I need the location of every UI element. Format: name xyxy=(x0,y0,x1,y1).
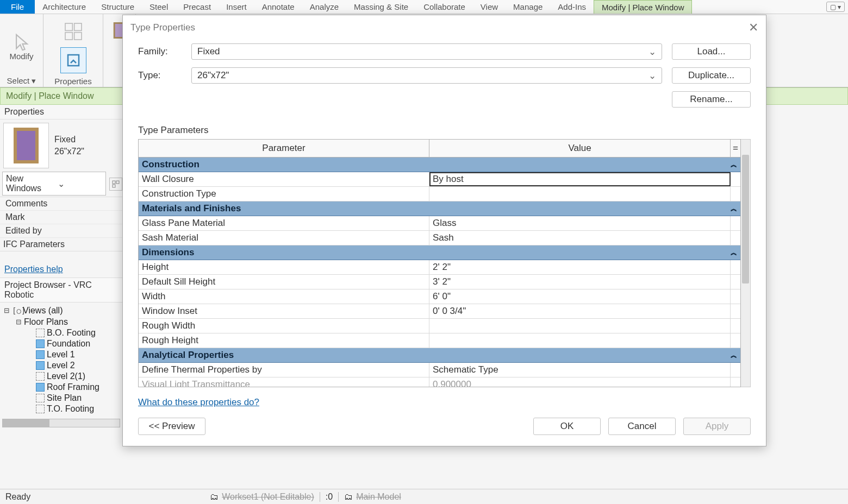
status-zero: :0 xyxy=(326,492,333,502)
properties-large-icon[interactable] xyxy=(63,21,84,44)
param-row[interactable]: Rough Height xyxy=(139,333,740,348)
preview-button[interactable]: << Preview xyxy=(138,418,205,435)
chevron-down-icon: ⌄ xyxy=(649,46,656,58)
param-value[interactable] xyxy=(429,319,731,333)
param-name: Height xyxy=(139,260,429,274)
tab-manage[interactable]: Manage xyxy=(506,0,550,14)
collapse-icon: ︽ xyxy=(731,204,737,213)
param-row[interactable]: Wall ClosureBy host xyxy=(139,172,740,187)
view-icon xyxy=(36,329,45,337)
tab-structure[interactable]: Structure xyxy=(93,0,142,14)
properties-explain-link[interactable]: What do these properties do? xyxy=(138,397,259,407)
apply-button[interactable]: Apply xyxy=(683,418,751,435)
ifc-category-header[interactable]: IFC Parameters xyxy=(0,238,122,251)
tab-file[interactable]: File xyxy=(0,0,35,14)
type-selector[interactable]: Fixed 26"x72" xyxy=(0,119,122,172)
property-row[interactable]: Comments xyxy=(0,197,122,211)
param-row[interactable]: Construction Type xyxy=(139,187,740,201)
category-filter-combo[interactable]: New Windows⌄ xyxy=(2,172,106,196)
cursor-icon xyxy=(14,33,30,52)
table-vscrollbar[interactable] xyxy=(741,139,751,387)
tree-root[interactable]: ⊟[○]Views (all) xyxy=(3,305,119,316)
tab-analyze[interactable]: Analyze xyxy=(302,0,346,14)
tab-add-ins[interactable]: Add-Ins xyxy=(550,0,594,14)
param-equals xyxy=(731,231,740,245)
tab-steel[interactable]: Steel xyxy=(142,0,176,14)
param-row[interactable]: Visual Light Transmittance0.900000 xyxy=(139,377,740,387)
cancel-button[interactable]: Cancel xyxy=(608,418,676,435)
select-panel-label: Select ▾ xyxy=(7,76,36,86)
param-group-header[interactable]: Materials and Finishes︽ xyxy=(139,201,740,216)
tree-item[interactable]: T.O. Footing xyxy=(3,404,119,414)
col-equals[interactable]: = xyxy=(731,140,740,158)
ok-button[interactable]: OK xyxy=(533,418,601,435)
col-parameter[interactable]: Parameter xyxy=(139,140,429,158)
tree-item[interactable]: Level 2(1) xyxy=(3,371,119,382)
table-header: Parameter Value = xyxy=(139,140,740,158)
status-workset[interactable]: Workset1 (Not Editable) xyxy=(222,492,314,502)
param-value[interactable] xyxy=(429,187,731,201)
param-value[interactable] xyxy=(429,333,731,348)
tab-massing-site[interactable]: Massing & Site xyxy=(346,0,416,14)
col-value[interactable]: Value xyxy=(429,140,731,158)
tab-view[interactable]: View xyxy=(473,0,506,14)
browser-hscrollbar[interactable] xyxy=(2,419,120,427)
param-group-header[interactable]: Dimensions︽ xyxy=(139,245,740,260)
property-row[interactable]: Mark xyxy=(0,211,122,224)
svg-rect-8 xyxy=(116,181,119,184)
property-row[interactable]: Edited by xyxy=(0,224,122,238)
close-icon[interactable]: ✕ xyxy=(749,21,758,35)
type-properties-icon[interactable] xyxy=(60,47,86,73)
ribbon-display-options[interactable]: ▢ ▾ xyxy=(826,2,845,12)
param-value[interactable]: By host xyxy=(429,172,731,186)
param-row[interactable]: Glass Pane MaterialGlass xyxy=(139,216,740,231)
rename-button[interactable]: Rename... xyxy=(672,91,751,108)
status-main-model[interactable]: Main Model xyxy=(356,492,401,502)
param-row[interactable]: Height2' 2" xyxy=(139,260,740,275)
tab-modify-place-window[interactable]: Modify | Place Window xyxy=(594,0,692,14)
tree-item[interactable]: Site Plan xyxy=(3,393,119,404)
param-row[interactable]: Width6' 0" xyxy=(139,289,740,304)
param-value[interactable]: 3' 2" xyxy=(429,275,731,289)
ribbon-tabs: FileArchitectureStructureSteelPrecastIns… xyxy=(0,0,848,14)
tree-group-floorplans[interactable]: ⊟Floor Plans xyxy=(3,316,119,327)
load-button[interactable]: Load... xyxy=(672,43,751,60)
param-row[interactable]: Sash MaterialSash xyxy=(139,231,740,245)
param-row[interactable]: Default Sill Height3' 2" xyxy=(139,275,740,289)
type-select[interactable]: 26"x72"⌄ xyxy=(191,67,662,84)
tab-precast[interactable]: Precast xyxy=(176,0,219,14)
param-row[interactable]: Rough Width xyxy=(139,319,740,333)
param-equals xyxy=(731,216,740,230)
tree-item[interactable]: Roof Framing xyxy=(3,382,119,393)
param-value[interactable]: Glass xyxy=(429,216,731,230)
param-value[interactable]: 2' 2" xyxy=(429,260,731,274)
duplicate-button[interactable]: Duplicate... xyxy=(672,67,751,84)
tree-item-label: T.O. Footing xyxy=(47,404,94,414)
tab-architecture[interactable]: Architecture xyxy=(35,0,93,14)
properties-help-link[interactable]: Properties help xyxy=(0,261,67,278)
param-row[interactable]: Window Inset0' 0 3/4" xyxy=(139,304,740,319)
collapse-icon: ︽ xyxy=(731,160,737,169)
tree-item[interactable]: Foundation xyxy=(3,338,119,349)
tab-annotate[interactable]: Annotate xyxy=(254,0,302,14)
family-select[interactable]: Fixed⌄ xyxy=(191,43,662,60)
param-value[interactable]: Schematic Type xyxy=(429,363,731,377)
tree-item[interactable]: Level 2 xyxy=(3,360,119,371)
param-value[interactable]: 0' 0 3/4" xyxy=(429,304,731,318)
edit-type-button[interactable] xyxy=(109,178,122,191)
type-label: Type: xyxy=(138,70,182,81)
param-value[interactable]: Sash xyxy=(429,231,731,245)
tab-insert[interactable]: Insert xyxy=(219,0,254,14)
param-value[interactable]: 6' 0" xyxy=(429,289,731,304)
param-group-header[interactable]: Analytical Properties︽ xyxy=(139,348,740,363)
svg-rect-7 xyxy=(113,181,115,184)
modify-label[interactable]: Modify xyxy=(9,52,33,61)
param-row[interactable]: Define Thermal Properties bySchematic Ty… xyxy=(139,363,740,377)
chevron-down-icon: ⌄ xyxy=(54,179,106,189)
param-value[interactable]: 0.900000 xyxy=(429,377,731,387)
ribbon-group-select: Modify Select ▾ xyxy=(0,14,43,87)
tab-collaborate[interactable]: Collaborate xyxy=(416,0,473,14)
tree-item[interactable]: Level 1 xyxy=(3,349,119,360)
tree-item[interactable]: B.O. Footing xyxy=(3,327,119,338)
param-group-header[interactable]: Construction︽ xyxy=(139,158,740,172)
